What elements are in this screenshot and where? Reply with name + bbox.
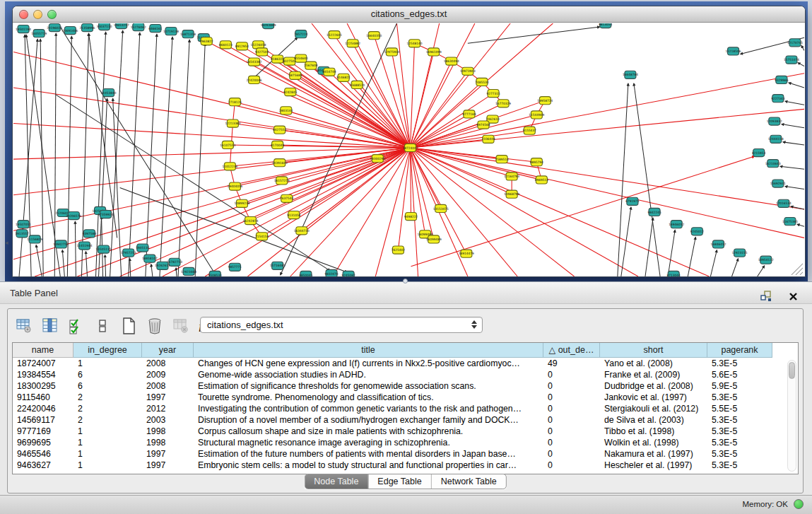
table-row[interactable]: 1456911722003Disruption of a novel membe… — [13, 414, 798, 426]
graph-node[interactable]: 18630494 — [444, 57, 459, 65]
table-cell[interactable]: 18724007 — [13, 358, 73, 369]
graph-node[interactable]: 8895794 — [530, 158, 543, 166]
graph-node[interactable]: 9498222 — [404, 212, 418, 220]
table-row[interactable]: 946554611997Estimation of the future num… — [13, 448, 798, 460]
delete-rows-trash-icon[interactable] — [146, 317, 164, 335]
graph-node[interactable]: 8813054 — [599, 23, 612, 28]
table-row[interactable]: 2242004622012Investigating the contribut… — [13, 403, 798, 414]
table-cell[interactable]: de Silva et al. (2003) — [600, 414, 707, 426]
graph-node[interactable]: 16640350 — [366, 32, 382, 40]
table-cell[interactable]: Franke et al. (2009) — [600, 369, 707, 380]
graph-node[interactable]: 8912954 — [235, 42, 249, 50]
table-cell[interactable]: Changes of HCN gene expression and I(f) … — [194, 358, 543, 369]
table-cell[interactable]: 0 — [543, 426, 600, 437]
table-cell[interactable]: 1998 — [142, 426, 194, 437]
graph-node[interactable]: 8554640 — [294, 54, 307, 62]
graph-node[interactable]: 18724007 — [403, 144, 418, 151]
graph-node[interactable]: 12093832 — [767, 117, 782, 125]
table-cell[interactable]: 0 — [543, 437, 600, 448]
column-header-short[interactable]: short — [600, 343, 707, 358]
graph-node[interactable]: 7625402 — [392, 246, 405, 254]
table-cell[interactable]: 0 — [543, 369, 600, 380]
graph-node[interactable]: 12164793 — [504, 173, 519, 180]
graph-node[interactable]: 6466161 — [148, 25, 162, 33]
table-cell[interactable]: Hescheler et al. (1997) — [600, 460, 707, 471]
show-columns-icon[interactable] — [41, 317, 59, 335]
graph-node[interactable]: 12213383 — [225, 119, 240, 127]
select-rows-icon[interactable] — [67, 317, 86, 335]
table-cell[interactable]: Tibbo et al. (1998) — [600, 426, 707, 437]
table-cell[interactable]: 9465546 — [13, 448, 73, 460]
graph-node[interactable]: 21053840 — [101, 89, 117, 97]
panel-collapse-arrow-icon[interactable]: ◂ — [5, 239, 8, 246]
graph-node[interactable]: 12254892 — [345, 40, 360, 47]
graph-node[interactable]: 5905135 — [136, 244, 149, 252]
table-cell[interactable]: Embryonic stem cells: a model to study s… — [194, 460, 543, 471]
graph-node[interactable]: 9508533 — [208, 271, 222, 276]
graph-node[interactable]: 16770329 — [495, 100, 511, 107]
network-canvas[interactable]: 1950119416055719201960252069140621358996… — [13, 23, 804, 276]
graph-node[interactable]: 21358996 — [79, 24, 95, 32]
graph-node[interactable]: 7963822 — [200, 37, 213, 45]
table-cell[interactable]: 1 — [73, 460, 142, 471]
graph-node[interactable]: 16946052 — [669, 221, 684, 228]
graph-node[interactable]: 10719138 — [163, 28, 179, 35]
table-cell[interactable]: 9463627 — [13, 460, 73, 471]
table-cell[interactable]: 5.3E-5 — [707, 414, 772, 426]
graph-node[interactable]: 9857771 — [228, 263, 242, 271]
table-cell[interactable]: 6 — [73, 380, 142, 392]
table-cell[interactable]: 1997 — [142, 392, 194, 403]
table-cell[interactable]: 1 — [73, 426, 142, 437]
graph-node[interactable]: 16914479 — [459, 250, 474, 257]
graph-node[interactable]: 12548140 — [407, 40, 423, 47]
graph-node[interactable]: 15226058 — [251, 41, 266, 49]
tab-edge-table[interactable]: Edge Table — [367, 474, 430, 489]
graph-node[interactable]: 12444158 — [768, 135, 784, 143]
graph-node[interactable]: 16344730 — [294, 227, 310, 235]
table-cell[interactable]: 18300295 — [13, 380, 73, 392]
graph-node[interactable]: 9245082 — [342, 271, 355, 276]
table-scrollbar-thumb[interactable] — [789, 362, 795, 379]
table-row[interactable]: 946362711997Embryonic stem cells: a mode… — [13, 460, 798, 471]
table-cell[interactable]: 0 — [543, 380, 600, 392]
column-header-year[interactable]: year — [142, 343, 194, 358]
tab-network-table[interactable]: Network Table — [431, 474, 506, 489]
graph-node[interactable]: 11544909 — [529, 111, 544, 119]
table-cell[interactable]: Jankovic et al. (1997) — [600, 392, 707, 403]
graph-node[interactable]: 5875685 — [288, 71, 302, 79]
table-scrollbar[interactable] — [787, 360, 796, 472]
graph-node[interactable]: 10954122 — [758, 256, 774, 264]
table-cell[interactable]: Corpus callosum shape and size in male p… — [194, 426, 543, 437]
table-cell[interactable]: 9699695 — [13, 437, 73, 448]
graph-node[interactable]: 2567608 — [304, 62, 317, 69]
graph-node[interactable]: 15716485 — [270, 262, 286, 269]
graph-node[interactable]: 8454749 — [322, 68, 336, 76]
graph-node[interactable]: 12975910 — [384, 48, 399, 56]
table-cell[interactable]: 5.3E-5 — [707, 460, 772, 471]
table-options-icon[interactable] — [15, 317, 33, 335]
zoom-window-button[interactable] — [47, 10, 57, 19]
table-cell[interactable]: 22420046 — [13, 403, 73, 414]
graph-node[interactable]: 22420046 — [247, 76, 262, 83]
table-cell[interactable]: Structural magnetic resonance image aver… — [194, 437, 543, 448]
table-cell[interactable]: 1997 — [142, 460, 194, 471]
table-cell[interactable]: 1998 — [142, 437, 194, 448]
graph-node[interactable]: 30037110 — [97, 23, 112, 30]
table-cell[interactable]: Nakamura et al. (1997) — [600, 448, 707, 460]
graph-node[interactable]: 10899238 — [234, 199, 249, 207]
toggle-row-height-icon[interactable] — [93, 317, 112, 335]
table-cell[interactable]: 1997 — [142, 448, 194, 460]
graph-node[interactable]: 11675385 — [782, 218, 798, 226]
table-cell[interactable]: 14569117 — [13, 414, 73, 426]
table-cell[interactable]: 1 — [73, 437, 142, 448]
column-header-out_de[interactable]: △ out_de… — [543, 343, 600, 358]
graph-node[interactable]: 9777169 — [462, 110, 476, 118]
graph-node[interactable]: 20196025 — [47, 24, 62, 32]
table-cell[interactable]: 0 — [543, 460, 600, 471]
table-row[interactable]: 1872400712008Changes of HCN gene express… — [13, 358, 798, 369]
graph-node[interactable]: 9397588 — [83, 230, 96, 238]
table-cell[interactable]: Disruption of a novel member of a sodium… — [194, 414, 543, 426]
table-cell[interactable]: 0 — [543, 403, 600, 414]
column-header-in_degree[interactable]: in_degree — [73, 343, 142, 358]
table-cell[interactable]: 0 — [543, 414, 600, 426]
